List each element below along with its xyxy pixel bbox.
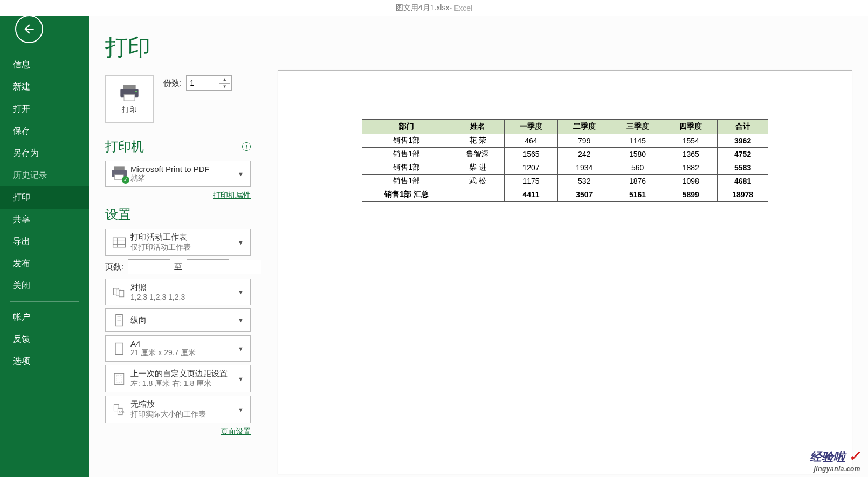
- svg-rect-14: [119, 290, 124, 296]
- preview-data-table: 部门姓名一季度二季度三季度四季度合计 销售1部花 荣46479911451554…: [362, 119, 768, 202]
- nav-feedback[interactable]: 反馈: [0, 328, 89, 350]
- nav-close[interactable]: 关闭: [0, 275, 89, 297]
- backstage-sidebar: 信息 新建 打开 保存 另存为 历史记录 打印 共享 导出 发布 关闭 帐户 反…: [0, 0, 89, 477]
- svg-rect-0: [123, 85, 135, 89]
- arrow-left-icon: [22, 22, 36, 36]
- watermark: 经验啦 ✓ jingyanla.com: [810, 448, 860, 473]
- nav-save[interactable]: 保存: [0, 120, 89, 142]
- page-setup-link[interactable]: 页面设置: [221, 427, 251, 435]
- chevron-down-icon: ▼: [236, 289, 246, 295]
- pages-label: 页数:: [105, 262, 123, 272]
- nav-info[interactable]: 信息: [0, 54, 89, 76]
- svg-rect-4: [114, 166, 125, 170]
- svg-point-3: [135, 91, 137, 92]
- scaling-dropdown[interactable]: 100 无缩放 打印实际大小的工作表 ▼: [105, 396, 251, 423]
- svg-rect-19: [115, 343, 123, 354]
- print-button[interactable]: 打印: [105, 75, 154, 123]
- portrait-icon: [112, 313, 127, 328]
- page-title: 打印: [105, 32, 251, 63]
- svg-text:100: 100: [119, 410, 125, 414]
- svg-rect-15: [116, 315, 122, 326]
- collate-dropdown[interactable]: 对照 1,2,3 1,2,3 1,2,3 ▼: [105, 279, 251, 305]
- print-button-label: 打印: [122, 105, 137, 115]
- copies-up[interactable]: ▲: [219, 76, 230, 84]
- page-from-input[interactable]: ▲▼: [128, 259, 170, 274]
- title-bar: 图文用4月1.xlsx - Excel: [0, 0, 868, 16]
- nav-options[interactable]: 选项: [0, 350, 89, 372]
- printer-status: 就绪: [130, 174, 236, 183]
- printer-name: Microsoft Print to PDF: [130, 164, 236, 174]
- pages-to-label: 至: [174, 262, 182, 272]
- printer-properties-link[interactable]: 打印机属性: [213, 191, 251, 199]
- printer-status-ok-icon: ✓: [122, 176, 129, 184]
- nav-publish[interactable]: 发布: [0, 253, 89, 275]
- nav-share[interactable]: 共享: [0, 209, 89, 231]
- scale-icon: 100: [112, 402, 127, 417]
- main-content: 打印 打印 份数: ▲ ▼: [89, 0, 868, 477]
- svg-rect-21: [116, 375, 122, 383]
- copies-input[interactable]: [187, 76, 219, 90]
- collate-icon: [112, 285, 127, 300]
- copies-label: 份数:: [163, 78, 182, 88]
- worksheet-icon: [112, 235, 127, 250]
- svg-rect-7: [113, 238, 126, 247]
- margins-dropdown[interactable]: 上一次的自定义页边距设置 左: 1.8 厘米 右: 1.8 厘米 ▼: [105, 365, 251, 392]
- chevron-down-icon: ▼: [236, 376, 246, 382]
- print-settings-column: 打印 打印 份数: ▲ ▼: [89, 0, 261, 477]
- preview-page: 部门姓名一季度二季度三季度四季度合计 销售1部花 荣46479911451554…: [278, 70, 852, 474]
- nav-print[interactable]: 打印: [0, 186, 89, 209]
- printer-icon: [119, 84, 140, 102]
- nav-history: 历史记录: [0, 164, 89, 186]
- back-button[interactable]: [15, 15, 43, 43]
- nav-export[interactable]: 导出: [0, 231, 89, 253]
- printer-section-title: 打印机 i: [105, 138, 251, 155]
- nav-divider: [10, 301, 79, 302]
- file-name: 图文用4月1.xlsx: [396, 3, 450, 13]
- print-what-dropdown[interactable]: 打印活动工作表 仅打印活动工作表 ▼: [105, 229, 251, 256]
- svg-rect-2: [124, 94, 135, 101]
- settings-section-title: 设置: [105, 206, 251, 223]
- page-to-input[interactable]: ▲▼: [187, 259, 229, 274]
- copies-spinner[interactable]: ▲ ▼: [186, 75, 232, 91]
- copies-down[interactable]: ▼: [219, 84, 230, 91]
- nav-account[interactable]: 帐户: [0, 306, 89, 328]
- print-preview: 部门姓名一季度二季度三季度四季度合计 销售1部花 荣46479911451554…: [261, 0, 868, 477]
- nav-saveas[interactable]: 另存为: [0, 142, 89, 164]
- chevron-down-icon: ▼: [236, 345, 246, 352]
- chevron-down-icon: ▼: [236, 239, 246, 246]
- chevron-down-icon: ▼: [236, 171, 246, 177]
- nav-new[interactable]: 新建: [0, 76, 89, 98]
- page-icon: [112, 341, 127, 356]
- chevron-down-icon: ▼: [236, 317, 246, 323]
- orientation-dropdown[interactable]: 纵向 ▼: [105, 308, 251, 332]
- app-name: - Excel: [449, 4, 472, 12]
- paper-size-dropdown[interactable]: A4 21 厘米 x 29.7 厘米 ▼: [105, 335, 251, 362]
- info-icon[interactable]: i: [242, 142, 251, 151]
- printer-dropdown[interactable]: ✓ Microsoft Print to PDF 就绪 ▼: [105, 161, 251, 187]
- margins-icon: [112, 371, 127, 386]
- nav-open[interactable]: 打开: [0, 98, 89, 120]
- chevron-down-icon: ▼: [236, 406, 246, 413]
